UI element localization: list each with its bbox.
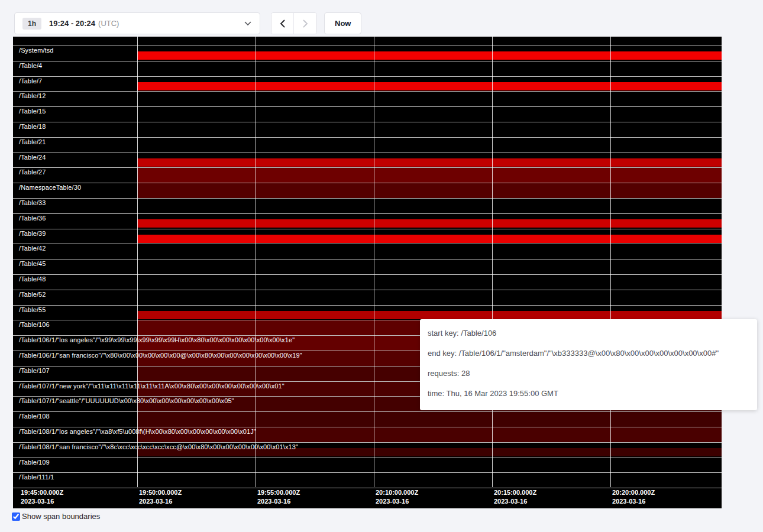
show-span-boundaries-checkbox[interactable]	[12, 512, 20, 521]
span-key-label: /System/tsd	[19, 47, 54, 54]
heatmap-row[interactable]: /Table/55	[13, 305, 722, 320]
time-range-select[interactable]: 1h 19:24 - 20:24 (UTC)	[14, 12, 260, 34]
heatmap-row[interactable]: /Table/45	[13, 259, 722, 274]
span-key-label: /Table/55	[19, 306, 46, 313]
heatmap-row[interactable]: /Table/27	[13, 167, 722, 183]
span-key-label: /Table/107	[19, 367, 50, 374]
time-gridline	[610, 37, 611, 487]
heatmap-row[interactable]: /Table/109	[13, 458, 722, 473]
chevron-left-icon	[280, 20, 285, 28]
chevron-right-icon	[303, 20, 308, 28]
span-tooltip: start key: /Table/106 end key: /Table/10…	[420, 319, 757, 410]
span-key-label: /Table/18	[19, 123, 46, 130]
span-key-label: /Table/15	[19, 108, 46, 115]
span-key-label: /Table/108/1/"san francisco"/"\x8c\xcc\x…	[19, 443, 298, 450]
heatmap-row[interactable]: /Table/52	[13, 290, 722, 305]
span-key-label: /Table/106/1/"san francisco"/"\x80\x00\x…	[19, 352, 302, 359]
span-key-label: /Table/21	[19, 138, 46, 145]
time-tick: 19:45:00.000Z2023-03-16	[19, 488, 63, 506]
tooltip-start-key: start key: /Table/106	[428, 329, 749, 338]
time-toolbar: 1h 19:24 - 20:24 (UTC) Now	[14, 12, 361, 34]
time-gridline	[256, 37, 256, 487]
heatmap-row[interactable]: /Table/7	[13, 76, 722, 92]
heat-band	[137, 311, 722, 319]
heatmap-row[interactable]: /Table/108/1/"san francisco"/"\x8c\xcc\x…	[13, 442, 722, 458]
time-axis: 19:45:00.000Z2023-03-1619:50:00.000Z2023…	[13, 487, 722, 508]
time-gridline	[374, 37, 374, 487]
heatmap-row[interactable]: /Table/39	[13, 229, 722, 244]
heatmap-row[interactable]: /Table/4	[13, 61, 722, 76]
heat-band	[137, 235, 722, 243]
heatmap-row[interactable]: /Table/108/1/"los angeles"/"\xa8\xf5\u00…	[13, 427, 722, 442]
span-key-label: /Table/33	[19, 199, 46, 206]
span-key-label: /Table/36	[19, 215, 46, 222]
range-timezone: (UTC)	[98, 19, 119, 28]
heatmap-row[interactable]: /Table/48	[13, 274, 722, 290]
chevron-down-icon	[244, 21, 251, 26]
time-tick: 20:10:00.000Z2023-03-16	[374, 488, 418, 506]
tooltip-end-key: end key: /Table/106/1/"amsterdam"/"\xb33…	[428, 349, 749, 358]
heatmap-rows: /System/tsd/Table/4/Table/7/Table/12/Tab…	[13, 46, 722, 488]
span-key-label: /Table/107/1/"seattle"/"UUUUUUD\x00\x80\…	[19, 397, 234, 404]
heatmap-row[interactable]: /Table/24	[13, 153, 722, 168]
range-duration-badge: 1h	[22, 18, 41, 30]
time-tick: 19:50:00.000Z2023-03-16	[137, 488, 182, 506]
heat-band	[137, 183, 722, 198]
heatmap-row[interactable]: /Table/18	[13, 122, 722, 137]
heatmap-row[interactable]: /Table/12	[13, 91, 722, 106]
span-key-label: /Table/4	[19, 62, 42, 69]
key-visualizer-canvas[interactable]: /System/tsd/Table/4/Table/7/Table/12/Tab…	[13, 37, 722, 508]
span-key-label: /Table/52	[19, 291, 46, 298]
time-gridline	[492, 37, 493, 487]
show-span-boundaries-label: Show span boundaries	[22, 512, 100, 521]
next-range-button[interactable]	[294, 13, 316, 34]
span-key-label: /Table/48	[19, 275, 46, 283]
tooltip-time: time: Thu, 16 Mar 2023 19:55:00 GMT	[428, 389, 749, 398]
time-gridline	[137, 37, 138, 487]
span-key-label: /Table/108	[19, 413, 50, 420]
tooltip-requests: requests: 28	[428, 369, 749, 378]
span-key-label: /Table/109	[19, 459, 50, 466]
span-key-label: /Table/12	[19, 92, 46, 99]
heatmap-row[interactable]: /Table/15	[13, 106, 722, 122]
heatmap-row[interactable]: /Table/33	[13, 198, 722, 213]
heat-band	[137, 82, 722, 90]
heat-band	[137, 412, 722, 427]
prev-range-button[interactable]	[271, 13, 294, 34]
time-tick: 19:55:00.000Z2023-03-16	[256, 488, 300, 506]
span-key-label: /Table/24	[19, 154, 46, 161]
heatmap-row[interactable]: /System/tsd	[13, 46, 722, 61]
span-key-label: /Table/27	[19, 168, 46, 176]
span-key-label: /Table/39	[19, 230, 46, 237]
span-key-label: /Table/106/1/"los angeles"/"\x99\x99\x99…	[19, 336, 295, 343]
heatmap-row[interactable]: /NamespaceTable/30	[13, 183, 722, 198]
heat-band	[137, 158, 722, 167]
heat-band	[137, 219, 722, 228]
heat-band	[137, 168, 722, 183]
show-span-boundaries-control: Show span boundaries	[12, 512, 100, 521]
time-tick: 20:20:00.000Z2023-03-16	[610, 488, 655, 506]
range-nav-group	[271, 12, 317, 34]
span-key-label: /Table/111/1	[19, 473, 54, 481]
heat-band	[137, 51, 722, 60]
heatmap-row[interactable]: /Table/111/1	[13, 472, 722, 488]
heatmap-row[interactable]: /Table/36	[13, 213, 722, 229]
span-key-label: /Table/106	[19, 321, 50, 328]
range-label: 19:24 - 20:24	[49, 19, 95, 28]
span-key-label: /Table/107/1/"new york"/"\x11\x11\x11\x1…	[19, 382, 284, 390]
heatmap-row[interactable]: /Table/42	[13, 244, 722, 259]
span-key-label: /NamespaceTable/30	[19, 184, 81, 191]
heatmap-row[interactable]: /Table/21	[13, 137, 722, 153]
time-tick: 20:15:00.000Z2023-03-16	[492, 488, 536, 506]
span-key-label: /Table/42	[19, 245, 46, 252]
span-key-label: /Table/7	[19, 77, 42, 85]
span-key-label: /Table/45	[19, 260, 46, 267]
now-button[interactable]: Now	[324, 12, 361, 34]
heatmap-row[interactable]: /Table/108	[13, 411, 722, 427]
span-key-label: /Table/108/1/"los angeles"/"\xa8\xf5\u00…	[19, 428, 256, 435]
